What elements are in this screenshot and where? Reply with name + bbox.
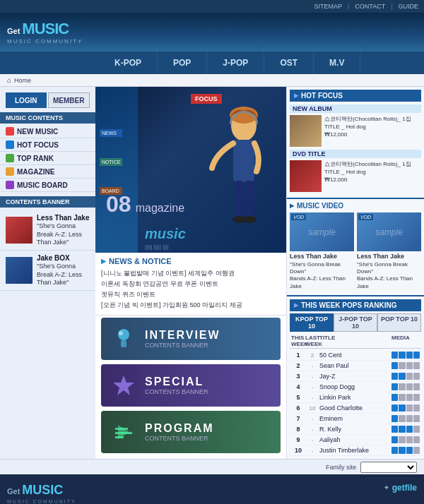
mv-vod-0: VOD [291, 214, 306, 220]
sidebar-item-music-board[interactable]: MUSIC BOARD [0, 179, 95, 192]
rank-last-3: - [305, 384, 319, 390]
mv-item-0[interactable]: sample VOD Less Than Jake "She's Gonna B… [290, 212, 354, 290]
media-icon[interactable] [391, 426, 398, 433]
sidebar-item-magazine[interactable]: MAGAZINE [0, 165, 95, 179]
rank-last-6: - [305, 416, 319, 422]
media-icon[interactable] [391, 436, 398, 443]
rank-title-3: Snoop Dogg [319, 383, 391, 390]
rank-row-2[interactable]: 3-Jay-Z [290, 371, 421, 382]
rank-num-0: 1 [291, 352, 305, 359]
hot-focus-header: HOT FOCUS [290, 90, 421, 102]
media-icon[interactable] [399, 404, 405, 412]
logo[interactable]: Get MUSIC MUSIC COMMUNITY [7, 20, 83, 44]
header: Get MUSIC MUSIC COMMUNITY [0, 13, 424, 52]
nav-ost[interactable]: OST [264, 52, 314, 74]
rank-row-8[interactable]: 9-Aaliyah [290, 435, 421, 445]
media-icon [406, 394, 413, 401]
news-item-0[interactable]: [니니노 불법발매 기념 이벤트] 세계일주 여행권 [101, 268, 281, 279]
rank-title-7: R. Kelly [319, 426, 391, 433]
sitemap-link[interactable]: SITEMAP [314, 3, 342, 10]
media-icon[interactable] [399, 373, 405, 380]
rank-media-3 [391, 383, 420, 390]
sidebar: LOGIN MEMBER MUSIC CONTENTS NEW MUSIC HO… [0, 87, 95, 459]
contact-link[interactable]: CONTACT [355, 3, 385, 10]
media-icon[interactable] [391, 394, 398, 401]
rank-last-2: - [305, 373, 319, 380]
login-button[interactable]: LOGIN [6, 92, 47, 108]
rank-row-6[interactable]: 7-Eminem [290, 414, 421, 424]
sidebar-item-hot-focus[interactable]: HOT FOCUS [0, 138, 95, 152]
news-item-3[interactable]: [오픈 기념 빅 이벤트] 가입회원 500 마일리지 제공 [101, 300, 281, 311]
sidebar-banner-less-than-jake[interactable]: Less Than Jake "She's Gonna Break A-Z: L… [0, 210, 95, 251]
media-icon [413, 383, 420, 390]
rank-num-6: 7 [291, 415, 305, 422]
media-icon[interactable] [391, 404, 398, 412]
news-section: NEWS & NOTICE [니니노 불법발매 기념 이벤트] 세계일주 여행권… [95, 253, 286, 316]
media-icon[interactable] [399, 352, 405, 359]
nav-pop[interactable]: POP [158, 52, 207, 74]
rank-tab-kpop[interactable]: KPOP TOP 10 [290, 313, 334, 332]
media-icon [413, 394, 420, 401]
media-icon[interactable] [406, 447, 413, 454]
breadcrumb-home[interactable]: Home [14, 77, 31, 84]
col-last-week: LAST WEEK [305, 335, 319, 347]
media-icon[interactable] [391, 383, 398, 390]
rank-last-0: 2 [305, 352, 319, 359]
media-icon [413, 404, 420, 412]
member-button[interactable]: MEMBER [48, 92, 90, 108]
sidebar-banner-jake-box[interactable]: Jake BOX "She's Gonna Break A-Z: Less Th… [0, 251, 95, 291]
news-item-1[interactable]: 이론세 독창회 연감공연 무료 쿠폰 이벤트 [101, 279, 281, 289]
footer-get: Get [7, 487, 20, 496]
program-banner[interactable]: PROGRAM CONTENTS BANNER [101, 411, 281, 453]
hf-sub-1: TITLE _ Hot dog [324, 123, 411, 131]
rank-num-1: 2 [291, 362, 305, 369]
media-icon[interactable] [406, 426, 413, 433]
sidebar-item-new-music[interactable]: NEW MUSIC [0, 125, 95, 138]
media-icon [399, 436, 405, 443]
mv-sub-0: Bands A-Z: Less Than Jake [290, 275, 354, 290]
hero-magazine: 08 magazine [106, 191, 184, 217]
nav-jpop[interactable]: J-POP [207, 52, 264, 74]
footer: Get MUSIC MUSIC COMMUNITY ✦ getfile 회사소개… [0, 474, 424, 504]
banner-title-1: Less Than Jake [37, 213, 90, 222]
nav-kpop[interactable]: K-POP [99, 52, 158, 74]
magazine-dot [6, 167, 14, 176]
mv-item-1[interactable]: sample VOD Less Than Jake "She's Gonna B… [357, 212, 421, 290]
media-icon [399, 415, 405, 422]
rank-row-5[interactable]: 610Good Charlotte [290, 403, 421, 414]
rank-tab-jpop[interactable]: J-POP TOP 10 [334, 313, 377, 332]
media-icon[interactable] [406, 352, 413, 359]
interview-banner[interactable]: INTERVIEW CONTENTS BANNER [101, 318, 281, 360]
rank-tab-pop[interactable]: POP TOP 10 [377, 313, 421, 332]
rank-num-2: 3 [291, 373, 305, 380]
banner-thumb-2 [6, 257, 33, 284]
sidebar-item-top-rank[interactable]: TOP RANK [0, 152, 95, 165]
hf-item-1[interactable]: 쇼코티맥탄(Chocotitan Rolls)_ 1집 TITLE _ Hot … [290, 115, 421, 147]
rank-row-3[interactable]: 4-Snoop Dogg [290, 382, 421, 392]
news-item-2[interactable]: 겟뮤직 퀴즈 이벤트 [101, 289, 281, 300]
media-icon[interactable] [399, 447, 405, 454]
rank-title-6: Eminem [319, 415, 391, 422]
rank-header: THIS WEEK POPS RANKING [290, 299, 421, 311]
hero-barcode: ||||| ||||| |||| [145, 244, 169, 250]
rank-row-9[interactable]: 10-Justin Timberlake [290, 445, 421, 456]
special-banner[interactable]: SPECIAL CONTENTS BANNER [101, 364, 281, 407]
rank-last-7: - [305, 426, 319, 433]
rank-row-4[interactable]: 5-Linkin Park [290, 392, 421, 403]
media-icon[interactable] [391, 447, 398, 454]
hf-item-2[interactable]: 쇼코티맥탄(Chocotitan Rolls)_ 1집 TITLE _ Hot … [290, 160, 421, 192]
rank-row-7[interactable]: 8-R. Kelly [290, 424, 421, 435]
media-icon[interactable] [391, 352, 398, 359]
media-icon[interactable] [391, 362, 398, 369]
rank-row-0[interactable]: 1250 Cent [290, 350, 421, 361]
rank-row-1[interactable]: 2-Sean Paul [290, 361, 421, 371]
hot-focus-label: HOT FOCUS [17, 141, 59, 149]
media-icon[interactable] [391, 415, 398, 422]
media-icon[interactable] [413, 352, 420, 359]
media-icon [399, 383, 405, 390]
guide-link[interactable]: GUIDE [398, 3, 418, 10]
media-icon[interactable] [399, 426, 405, 433]
nav-mv[interactable]: M.V [314, 52, 360, 74]
family-site-select[interactable] [360, 462, 417, 473]
media-icon[interactable] [391, 373, 398, 380]
